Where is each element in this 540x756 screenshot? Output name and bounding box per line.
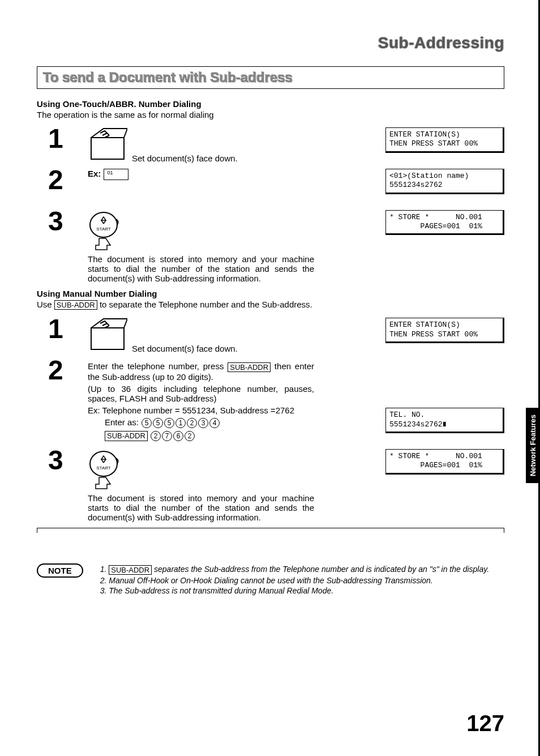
step-body: Set document(s) face down. <box>88 125 374 163</box>
step-row: 2 Enter the telephone number, press SUB-… <box>37 357 504 443</box>
step-row: 2 Ex: 01 <01>(Station name) 5551234s2762 <box>37 166 504 204</box>
lcd-display: ENTER STATION(S) THEN PRESS START 00% <box>385 318 504 343</box>
digit-key: 5 <box>153 418 163 428</box>
step-body: Enter the telephone number, press SUB-AD… <box>88 357 374 443</box>
step-number: 1 <box>37 125 88 152</box>
lcd-display: ENTER STATION(S) THEN PRESS START 00% <box>385 127 504 153</box>
section-a-heading: Using One-Touch/ABBR. Number Dialing <box>37 99 504 109</box>
step-number: 2 <box>37 357 88 384</box>
manual-page: Sub-Addressing To send a Document with S… <box>0 0 540 756</box>
enter-as-line: Enter as: 5551234 <box>88 417 374 428</box>
note-label: NOTE <box>37 563 83 578</box>
digit-key: 6 <box>173 431 183 441</box>
enter-as-line-2: SUB-ADDR 2762 <box>88 430 374 441</box>
step-body: START The document is stored into memory… <box>88 447 374 524</box>
digit-key: 1 <box>175 418 186 428</box>
section-a-desc: The operation is the same as for normal … <box>37 110 504 119</box>
digit-sequence: 2762 <box>150 430 195 440</box>
start-button-icon: START <box>88 449 374 491</box>
step-body: Set document(s) face down. <box>88 315 374 353</box>
lcd-display: TEL. NO. 5551234s2762∎ <box>385 408 504 433</box>
svg-text:START: START <box>96 465 111 471</box>
step-text: Set document(s) face down. <box>132 153 238 163</box>
step-text: Set document(s) face down. <box>132 344 238 353</box>
sub-addr-key: SUB-ADDR <box>109 565 152 575</box>
step-number: 3 <box>37 447 88 474</box>
section-title: To send a Document with Sub-address <box>43 70 293 85</box>
side-tab: Network Features <box>526 408 540 483</box>
digit-key: 5 <box>164 418 174 428</box>
digit-key: 2 <box>187 418 197 428</box>
lcd-display: <01>(Station name) 5551234s2762 <box>385 169 504 194</box>
svg-rect-0 <box>91 138 124 159</box>
note-item: 2. Manual Off-Hook or On-Hook Dialing ca… <box>100 576 504 585</box>
document-facedown-icon <box>88 127 127 163</box>
lcd-display: * STORE * NO.001 PAGES=001 01% <box>385 449 504 475</box>
step-row: 3 START The document is stored into memo… <box>37 447 504 524</box>
digit-sequence: 5551234 <box>141 417 220 427</box>
document-facedown-icon <box>88 318 127 353</box>
digit-key: 2 <box>185 431 195 441</box>
note-item: 3. The Sub-address is not transmitted du… <box>100 586 504 595</box>
note-item: 1. SUB-ADDR separates the Sub-address fr… <box>100 565 504 575</box>
step-text: Enter the telephone number, press SUB-AD… <box>88 361 314 382</box>
note-list: 1. SUB-ADDR separates the Sub-address fr… <box>100 563 504 596</box>
svg-rect-3 <box>91 328 124 349</box>
one-touch-key: 01 <box>104 169 128 180</box>
digit-key: 5 <box>142 418 152 428</box>
example-label: Ex: <box>88 169 101 178</box>
section-manual-dial: Using Manual Number Dialing Use SUB-ADDR… <box>37 289 504 525</box>
step-row: 1 Set document(s) face down. ENTER STATI… <box>37 315 504 353</box>
digit-key: 3 <box>198 418 208 428</box>
digit-key: 4 <box>209 418 220 428</box>
sub-addr-key: SUB-ADDR <box>105 431 148 441</box>
step-body: START The document is stored into memory… <box>88 208 374 285</box>
note-block: NOTE 1. SUB-ADDR separates the Sub-addre… <box>37 561 504 596</box>
svg-text:START: START <box>96 227 111 232</box>
step-number: 1 <box>37 315 88 343</box>
desc-text: to separate the Telephone number and the… <box>97 300 312 309</box>
digit-key: 2 <box>151 431 161 441</box>
desc-text: Use <box>37 300 54 309</box>
section-title-box: To send a Document with Sub-address <box>37 66 504 89</box>
step-body: Ex: 01 <box>88 166 374 180</box>
note-separator <box>37 528 504 533</box>
section-b-heading: Using Manual Number Dialing <box>37 289 504 298</box>
sub-addr-key: SUB-ADDR <box>228 362 271 373</box>
step-row: 3 START The document is stored into memo… <box>37 208 504 285</box>
step-text: The document is stored into memory and y… <box>88 254 314 283</box>
step-row: 1 Set document(s) face down. ENTER STATI… <box>37 125 504 163</box>
svg-point-1 <box>90 212 117 237</box>
page-number: 127 <box>466 711 504 736</box>
section-one-touch: Using One-Touch/ABBR. Number Dialing The… <box>37 99 504 285</box>
svg-point-4 <box>90 451 117 476</box>
step-text: The document is stored into memory and y… <box>88 493 314 522</box>
lcd-display: * STORE * NO.001 PAGES=001 01% <box>385 210 504 236</box>
step-number: 2 <box>37 166 88 194</box>
section-b-desc: Use SUB-ADDR to separate the Telephone n… <box>37 300 504 310</box>
digit-key: 7 <box>162 431 172 441</box>
example-line: Ex: Telephone number = 5551234, Sub-addr… <box>88 405 374 415</box>
step-text: (Up to 36 digits including telephone num… <box>88 384 314 403</box>
page-title: Sub-Addressing <box>37 34 504 52</box>
start-button-icon: START <box>88 210 374 252</box>
step-number: 3 <box>37 208 88 235</box>
sub-addr-key: SUB-ADDR <box>54 300 97 310</box>
